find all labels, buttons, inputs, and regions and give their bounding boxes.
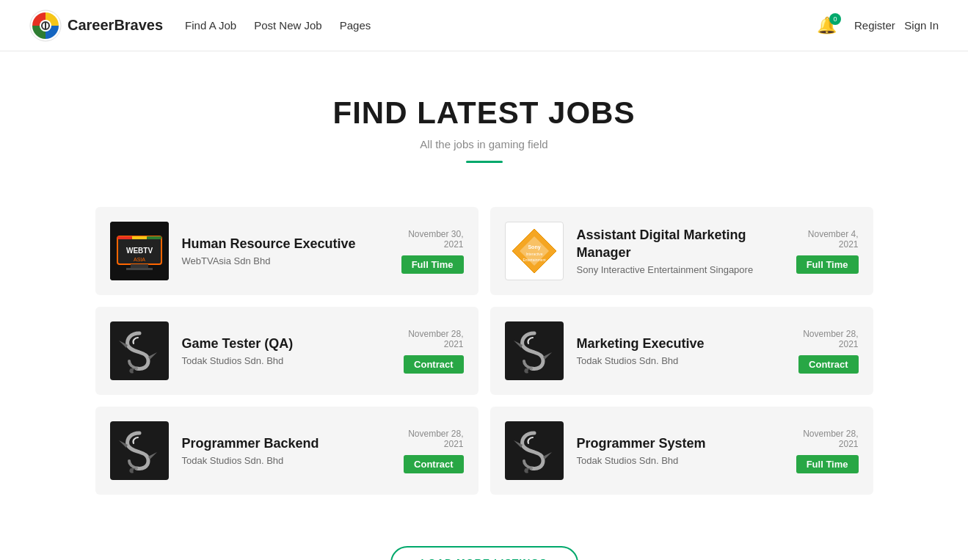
auth-links: Register Sign In [848, 19, 939, 32]
job-title: Marketing Executive [577, 335, 786, 352]
company-logo [110, 321, 169, 380]
notifications-bell[interactable]: 🔔 0 [817, 16, 837, 35]
job-date: November 28,2021 [798, 329, 858, 349]
company-logo: Sony Interactive Entertainment [505, 222, 564, 280]
load-more-section: LOAD MORE LISTINGS [0, 524, 968, 560]
register-link[interactable]: Register [854, 19, 895, 32]
job-card[interactable]: WEBTV ASIA Human Resource Executive WebT… [95, 207, 478, 295]
hero-subtitle: All the jobs in gaming field [15, 138, 953, 150]
job-type-badge: Full Time [796, 255, 859, 274]
nav-post-job[interactable]: Post New Job [254, 19, 322, 32]
company-logo [505, 421, 564, 480]
svg-text:Sony: Sony [528, 244, 540, 250]
job-title: Human Resource Executive [182, 236, 388, 252]
svg-rect-7 [126, 268, 153, 270]
navbar-right: 🔔 0 Register Sign In [817, 16, 939, 35]
job-meta: November 4,2021 Full Time [796, 229, 859, 274]
job-meta: November 28,2021 Contract [798, 329, 858, 374]
load-more-button[interactable]: LOAD MORE LISTINGS [390, 546, 578, 560]
job-grid: WEBTV ASIA Human Resource Executive WebT… [66, 207, 903, 495]
job-meta: November 28,2021 Contract [404, 329, 463, 374]
job-title: Programmer Backend [182, 435, 391, 452]
company-logo: WEBTV ASIA [110, 222, 169, 280]
notification-badge: 0 [829, 13, 841, 25]
job-title: Programmer System [577, 435, 783, 452]
job-company: Todak Studios Sdn. Bhd [182, 355, 391, 366]
navbar: CareerBraves Find A Job Post New Job Pag… [0, 0, 968, 51]
svg-text:WEBTV: WEBTV [125, 247, 152, 255]
job-company: Sony Interactive Entertainment Singapore [577, 264, 783, 275]
job-type-badge: Full Time [796, 455, 859, 473]
job-meta: November 28,2021 Contract [404, 429, 463, 473]
job-title: Assistant Digital Marketing Manager [577, 227, 783, 261]
svg-rect-12 [147, 236, 161, 239]
job-type-badge: Contract [404, 355, 463, 374]
job-card[interactable]: Programmer Backend Todak Studios Sdn. Bh… [95, 407, 478, 495]
nav-pages[interactable]: Pages [340, 19, 371, 32]
job-type-badge: Contract [798, 355, 858, 374]
nav-links: Find A Job Post New Job Pages [185, 19, 371, 32]
job-date: November 4,2021 [796, 229, 859, 250]
navbar-left: CareerBraves Find A Job Post New Job Pag… [29, 10, 371, 42]
job-info: Programmer System Todak Studios Sdn. Bhd [577, 435, 783, 466]
job-type-badge: Contract [404, 455, 463, 473]
job-card[interactable]: Marketing Executive Todak Studios Sdn. B… [490, 307, 873, 395]
hero-divider [466, 161, 503, 163]
job-date: November 28,2021 [404, 329, 463, 349]
logo-link[interactable]: CareerBraves [29, 10, 163, 42]
job-company: Todak Studios Sdn. Bhd [577, 455, 783, 466]
nav-find-job[interactable]: Find A Job [185, 19, 236, 32]
signin-link[interactable]: Sign In [904, 19, 939, 32]
company-logo [505, 321, 564, 380]
job-company: Todak Studios Sdn. Bhd [182, 455, 391, 466]
job-info: Game Tester (QA) Todak Studios Sdn. Bhd [182, 335, 391, 366]
job-company: WebTVAsia Sdn Bhd [182, 255, 388, 266]
job-info: Programmer Backend Todak Studios Sdn. Bh… [182, 435, 391, 466]
job-date: November 28,2021 [404, 429, 463, 449]
job-card[interactable]: Sony Interactive Entertainment Assistant… [490, 207, 873, 295]
job-info: Marketing Executive Todak Studios Sdn. B… [577, 335, 786, 366]
logo-icon [29, 10, 62, 42]
company-logo [110, 421, 169, 480]
job-card[interactable]: Programmer System Todak Studios Sdn. Bhd… [490, 407, 873, 495]
job-company: Todak Studios Sdn. Bhd [577, 355, 786, 366]
job-date: November 28,2021 [796, 429, 859, 449]
job-info: Assistant Digital Marketing Manager Sony… [577, 227, 783, 275]
svg-rect-10 [117, 236, 132, 239]
job-info: Human Resource Executive WebTVAsia Sdn B… [182, 236, 388, 266]
job-date: November 30,2021 [401, 229, 464, 250]
job-meta: November 30,2021 Full Time [401, 229, 464, 274]
svg-text:Entertainment: Entertainment [523, 258, 546, 262]
svg-text:Interactive: Interactive [525, 252, 542, 256]
hero-section: FIND LATEST JOBS All the jobs in gaming … [0, 51, 968, 178]
job-type-badge: Full Time [401, 255, 464, 274]
hero-title: FIND LATEST JOBS [15, 95, 953, 131]
svg-rect-6 [131, 264, 148, 268]
svg-rect-11 [132, 236, 147, 239]
svg-text:ASIA: ASIA [134, 257, 145, 262]
brand-name: CareerBraves [68, 17, 163, 34]
job-meta: November 28,2021 Full Time [796, 429, 859, 473]
job-card[interactable]: Game Tester (QA) Todak Studios Sdn. Bhd … [95, 307, 478, 395]
job-title: Game Tester (QA) [182, 335, 391, 352]
